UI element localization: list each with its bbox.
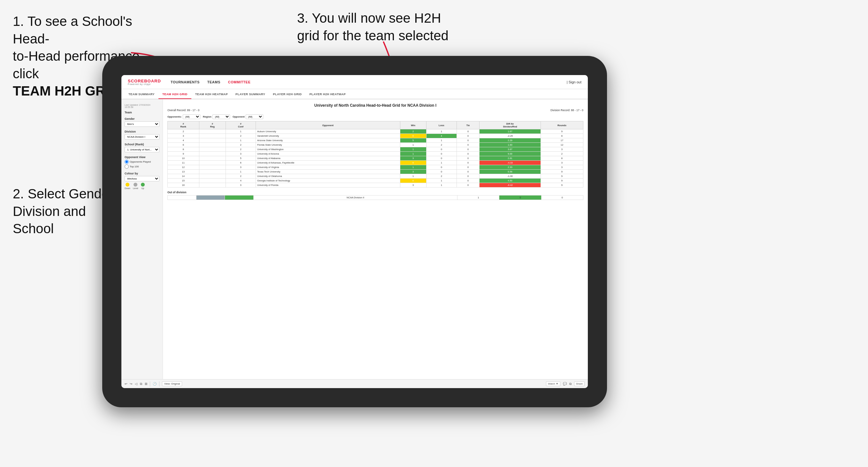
cell-rounds: 8 [540,134,583,138]
colour-by-section: Colour by Win/loss Down Level [125,172,159,189]
toolbar-right: Watch ▼ 💬 ⧉ Share [546,381,585,386]
cell-diff: -6.42 [479,183,541,187]
view-original-button[interactable]: View: Original [162,381,182,386]
ann2-line3: School [13,221,54,236]
cell-conf: 4 [226,179,256,183]
col-reg: #Reg [199,121,226,129]
cell-win: 5 [400,138,426,143]
division-record: Division Record: 88 - 17 - 0 [551,108,583,112]
comment-icon[interactable]: 💬 [563,382,567,385]
bottom-toolbar: ↩ ↪ ◁ ⧉ ⊞ 🕐 View: Original Watch ▼ 💬 ⧉ S… [121,379,588,388]
present-icon[interactable]: ⧉ [569,382,571,386]
cell-diff: 4.50 [479,179,541,183]
tab-player-h2h-grid[interactable]: PLAYER H2H GRID [269,89,305,99]
cell-rank: 10 [168,156,199,161]
cell-diff: 2.33 [479,165,541,169]
gender-select[interactable]: Men's [125,121,159,127]
radio-top100[interactable]: Top 100 [125,164,159,169]
filter-region: Region (All) [203,114,230,119]
col-loss: Loss [426,121,457,129]
paste-icon[interactable]: ⊞ [145,382,147,385]
color-dot-down [126,183,129,187]
nav-committee[interactable]: COMMITTEE [228,80,251,84]
cell-rounds: 9 [540,174,583,179]
undo-icon[interactable]: ↩ [125,382,127,385]
filter-opponents: Opponents: (All) [167,114,200,119]
ood-name [196,195,225,200]
opponent-filter-select[interactable]: (All) [246,114,263,119]
tab-team-h2h-heatmap[interactable]: TEAM H2H HEATMAP [191,89,231,99]
cell-conf: 1 [226,169,256,174]
tab-player-h2h-heatmap[interactable]: PLAYER H2H HEATMAP [305,89,349,99]
filter-row: Opponents: (All) Region (All) Opponent [167,114,583,119]
nav-bar: SCOREBOARD Powered by clippi TOURNAMENTS… [121,75,588,89]
cell-conf: 2 [226,134,256,138]
cell-rounds: 17 [540,138,583,143]
tab-team-summary[interactable]: TEAM SUMMARY [125,89,158,99]
division-select[interactable]: NCAA Division I [125,134,159,139]
cell-reg [199,143,226,147]
out-of-division-table: NCAA Division II 1 0 0 [167,195,583,200]
cell-win: 2 [400,129,426,134]
cell-rank: 12 [168,165,199,169]
cell-tie: 0 [457,161,479,165]
opponent-view-label: Opponent View [125,156,159,159]
col-opponent: Opponent [256,121,400,129]
copy-icon[interactable]: ⧉ [140,382,142,386]
cell-tie: 0 [457,147,479,152]
nav-tournaments[interactable]: TOURNAMENTS [170,80,200,84]
school-select[interactable]: 1. University of Nort... [125,147,159,152]
share-button[interactable]: Share [574,381,585,386]
clock-icon[interactable]: 🕐 [153,382,157,385]
toolbar-sep1 [150,381,150,386]
tab-team-h2h-grid[interactable]: TEAM H2H GRID [158,89,191,99]
col-conf: #Conf [226,121,256,129]
col-diff: Diff AvStrokes/Rnd [479,121,541,129]
cell-diff: -1.00 [479,174,541,179]
sign-out-link[interactable]: | Sign out [567,80,582,84]
cell-conf: 5 [226,156,256,161]
ood-tie: 1 [458,195,499,200]
cell-win: 0 [400,161,426,165]
tab-player-summary[interactable]: PLAYER SUMMARY [231,89,269,99]
radio-opponents-played[interactable]: Opponents Played [125,160,159,164]
last-updated: Last Updated: 27/03/2024 16:55:38 [125,104,159,108]
radio-opponents-played-input[interactable] [125,160,129,164]
cell-diff: 1.67 [479,129,541,134]
team-label: Team [125,111,159,114]
cell-loss: 1 [426,138,457,143]
region-filter-select[interactable]: (All) [212,114,230,119]
colour-by-label: Colour by [125,172,159,175]
cell-tie: 0 [457,179,479,183]
cell-conf: 1 [226,129,256,134]
opponent-view-section: Opponent View Opponents Played Top 100 [125,156,159,169]
cell-rounds: 3 [540,165,583,169]
cell-conf: 2 [226,143,256,147]
toolbar-sep2 [159,381,159,386]
nav-teams[interactable]: TEAMS [207,80,220,84]
cell-rounds: 9 [540,169,583,174]
color-legend: Down Level Up [125,183,159,189]
radio-top100-input[interactable] [125,164,129,169]
cell-loss: 0 [426,147,457,152]
cell-rank: 6 [168,143,199,147]
opponents-filter-select[interactable]: (All) [183,114,200,119]
out-of-division-label: Out of division [167,191,583,194]
watch-button[interactable]: Watch ▼ [546,381,560,386]
redo-icon[interactable]: ↪ [130,382,132,385]
nav-links: TOURNAMENTS TEAMS COMMITTEE [170,80,567,84]
cell-loss: 1 [426,179,457,183]
cell-rank: 2 [168,129,199,134]
sub-nav: TEAM SUMMARY TEAM H2H GRID TEAM H2H HEAT… [121,89,588,99]
cell-opponent: Texas Tech University [256,169,400,174]
cell-reg [199,169,226,174]
cell-rank: 9 [168,152,199,156]
cell-opponent: Arizona State University [256,138,400,143]
cell-opponent: University of Washington [256,147,400,152]
cell-reg [199,183,226,187]
back-icon[interactable]: ◁ [135,382,137,385]
cell-tie: 0 [457,183,479,187]
ann2-line2: Division and [13,204,86,219]
colour-by-select[interactable]: Win/loss [125,176,159,181]
cell-tie: 0 [457,143,479,147]
